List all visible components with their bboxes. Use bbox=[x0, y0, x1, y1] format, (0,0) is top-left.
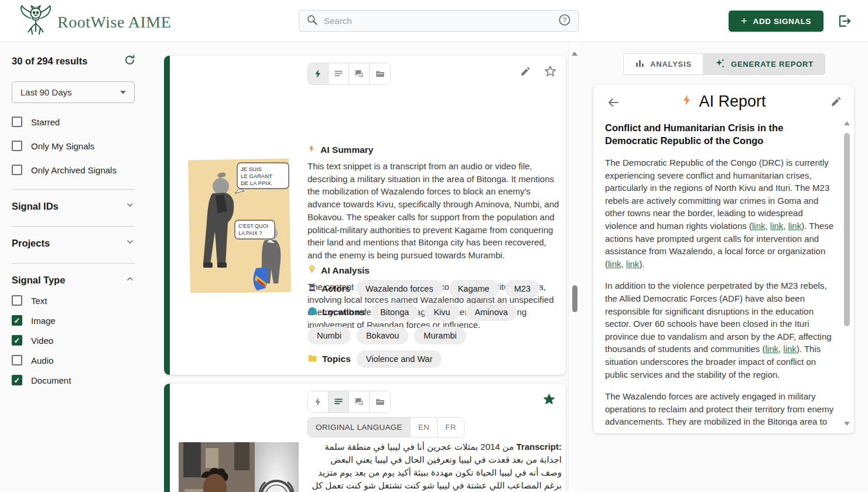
report-source-link[interactable]: link bbox=[626, 259, 640, 269]
logout-icon[interactable] bbox=[836, 13, 852, 31]
checkbox-unchecked[interactable] bbox=[12, 141, 22, 151]
chip-aminova[interactable]: Aminova bbox=[466, 303, 517, 321]
chip-bitonga[interactable]: Bitonga bbox=[371, 303, 418, 321]
chip-bokavou[interactable]: Bokavou bbox=[357, 327, 408, 344]
report-source-link[interactable]: link bbox=[788, 221, 802, 231]
chip-wazalendo-forces[interactable]: Wazalendo forces bbox=[356, 280, 443, 298]
lightbulb-icon bbox=[307, 264, 316, 276]
signal-card-list: JE SUIS LE GARANT DE LA PPIX. C'EST QUOI… bbox=[164, 42, 567, 492]
checkbox-unchecked[interactable] bbox=[12, 295, 22, 306]
tab-analysis[interactable]: ANALYSIS bbox=[624, 54, 703, 74]
chip-murambi[interactable]: Murambi bbox=[414, 327, 466, 344]
sidebar-section-projects[interactable]: Projects bbox=[12, 237, 135, 249]
comments-view-button[interactable] bbox=[349, 391, 370, 412]
sidebar-section-signal-ids[interactable]: Signal IDs bbox=[12, 200, 135, 212]
report-source-link[interactable]: link bbox=[783, 344, 797, 354]
app-logo: RootWise AIME bbox=[18, 4, 171, 41]
scroll-up-arrow-icon[interactable] bbox=[572, 52, 577, 56]
transcript-view-button[interactable] bbox=[329, 63, 349, 84]
signal-thumbnail-cartoon[interactable]: JE SUIS LE GARANT DE LA PPIX. C'EST QUOI… bbox=[179, 135, 299, 293]
checkbox-unchecked[interactable] bbox=[12, 117, 22, 127]
signal-type-video[interactable]: Video bbox=[12, 335, 136, 346]
filter-checkbox-list: StarredOnly My SignalsOnly Archived Sign… bbox=[12, 117, 136, 175]
divider bbox=[12, 189, 135, 190]
report-source-link[interactable]: link bbox=[608, 259, 621, 269]
add-signals-button[interactable]: + ADD SIGNALS bbox=[729, 11, 823, 32]
report-source-link[interactable]: link bbox=[752, 221, 766, 231]
checkbox-label: Video bbox=[31, 336, 53, 346]
report-paragraph: The Democratic Republic of the Congo (DR… bbox=[605, 156, 837, 270]
card-accent-stripe bbox=[164, 384, 170, 492]
signal-card[interactable]: 2 bbox=[164, 384, 566, 492]
ai-summary-view-button[interactable] bbox=[308, 63, 329, 84]
scrollbar-thumb[interactable] bbox=[572, 285, 577, 312]
checkbox-label: Text bbox=[31, 296, 47, 306]
checkbox-label: Audio bbox=[31, 356, 53, 365]
language-tab-fr[interactable]: FR bbox=[438, 418, 464, 437]
checkbox-checked[interactable] bbox=[12, 315, 22, 326]
checkbox-unchecked[interactable] bbox=[12, 355, 22, 365]
filter-starred[interactable]: Starred bbox=[12, 117, 136, 127]
edit-icon[interactable] bbox=[520, 66, 531, 79]
filter-only-my-signals[interactable]: Only My Signals bbox=[12, 141, 136, 151]
svg-text:LA PAIX ?: LA PAIX ? bbox=[238, 230, 262, 236]
search-icon bbox=[306, 14, 318, 28]
ai-summary-view-button[interactable] bbox=[308, 391, 329, 412]
language-tab-en[interactable]: EN bbox=[411, 418, 438, 437]
svg-text:2: 2 bbox=[273, 488, 281, 492]
right-panel-tabs: ANALYSIS GENERATE REPORT bbox=[623, 53, 825, 75]
chevron-up-icon bbox=[125, 274, 135, 286]
chip-kivu[interactable]: Kivu bbox=[424, 303, 459, 321]
checkbox-unchecked[interactable] bbox=[12, 165, 22, 175]
report-scrollbar[interactable] bbox=[843, 121, 851, 426]
filter-only-archived-signals[interactable]: Only Archived Signals bbox=[12, 165, 136, 175]
transcript-view-button[interactable] bbox=[329, 391, 349, 412]
checkbox-label: Image bbox=[31, 316, 56, 326]
scroll-down-arrow-icon[interactable] bbox=[844, 422, 850, 426]
archive-view-button[interactable] bbox=[370, 63, 390, 84]
language-tab-original-language[interactable]: ORIGINAL LANGUAGE bbox=[308, 418, 411, 437]
archive-view-button[interactable] bbox=[370, 391, 390, 412]
chip-violence-and-war[interactable]: Violence and War bbox=[357, 350, 442, 368]
report-source-link[interactable]: link bbox=[766, 344, 779, 354]
refresh-icon[interactable] bbox=[124, 54, 136, 69]
comments-view-button[interactable] bbox=[349, 63, 370, 84]
star-icon[interactable] bbox=[544, 65, 556, 80]
report-heading: Conflict and Humanitarian Crisis in the … bbox=[605, 121, 837, 147]
signal-type-image[interactable]: Image bbox=[12, 315, 136, 326]
checkbox-checked[interactable] bbox=[12, 375, 22, 385]
report-source-link[interactable]: link bbox=[770, 221, 784, 231]
chip-m23[interactable]: M23 bbox=[505, 280, 540, 298]
plus-icon: + bbox=[741, 15, 748, 28]
search-bar[interactable]: ? bbox=[299, 10, 579, 32]
signal-type-checkbox-list: TextImageVideoAudioDocument bbox=[12, 295, 136, 385]
scroll-up-arrow-icon[interactable] bbox=[844, 121, 850, 125]
signal-type-document[interactable]: Document bbox=[12, 375, 136, 385]
checkbox-checked[interactable] bbox=[12, 335, 22, 346]
search-input[interactable] bbox=[324, 16, 552, 26]
language-tabs: ORIGINAL LANGUAGEENFR bbox=[307, 417, 464, 438]
sidebar-section-signal-type[interactable]: Signal Type bbox=[12, 274, 135, 286]
scrollbar-thumb[interactable] bbox=[844, 133, 850, 326]
edit-icon[interactable] bbox=[831, 95, 842, 110]
signal-type-text[interactable]: Text bbox=[12, 295, 136, 306]
tab-generate-report[interactable]: GENERATE REPORT bbox=[703, 54, 825, 74]
divider bbox=[12, 226, 135, 227]
report-paragraph: In addition to the violence perpetrated … bbox=[605, 279, 837, 381]
globe-icon bbox=[307, 306, 317, 319]
date-range-dropdown[interactable]: Last 90 Days bbox=[12, 81, 135, 103]
list-scrollbar[interactable] bbox=[568, 42, 580, 492]
ai-summary-text: This text snippet is a transcript from a… bbox=[307, 160, 562, 262]
lightning-icon bbox=[681, 93, 693, 110]
checkbox-label: Starred bbox=[31, 117, 60, 127]
signal-thumbnail-video[interactable]: 2 bbox=[179, 442, 299, 492]
chip-numbi[interactable]: Numbi bbox=[307, 327, 351, 344]
signal-card[interactable]: JE SUIS LE GARANT DE LA PPIX. C'EST QUOI… bbox=[164, 56, 566, 375]
star-icon-filled[interactable] bbox=[543, 393, 555, 408]
help-icon[interactable]: ? bbox=[558, 13, 571, 29]
signal-type-audio[interactable]: Audio bbox=[12, 355, 136, 365]
svg-text:DE LA PPIX.: DE LA PPIX. bbox=[241, 180, 272, 186]
report-paragraph: The Wazalendo forces are actively engage… bbox=[605, 390, 837, 426]
svg-text:JE SUIS: JE SUIS bbox=[241, 166, 262, 172]
chip-kagame[interactable]: Kagame bbox=[449, 280, 499, 298]
